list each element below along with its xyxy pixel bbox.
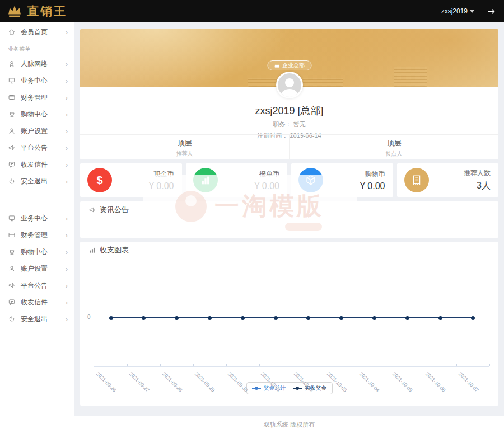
stat-label: 推荐人数: [464, 168, 491, 178]
chevron-right-icon: ›: [66, 215, 68, 222]
chevron-right-icon: ›: [66, 248, 68, 256]
cart-icon: [8, 248, 16, 256]
username: zxsj2019: [441, 7, 468, 15]
receipt-icon: [404, 168, 429, 192]
referrer-label: 推荐人: [80, 150, 289, 158]
axis-tick: [391, 364, 391, 366]
sidebar-item-mail-2[interactable]: 收发信件 ›: [0, 294, 74, 310]
sidebar-item-label: 购物中心: [21, 110, 48, 119]
chart-panel: 收支图表 0 奖金总计 实收奖金 2021-09-262021-0: [80, 242, 498, 406]
y-axis-tick: 0: [87, 314, 91, 320]
crown-icon: [274, 63, 279, 68]
legend-marker: [252, 388, 261, 389]
message-icon: [8, 298, 16, 306]
sidebar-item-mail[interactable]: 收发信件 ›: [0, 156, 74, 173]
sidebar-item-label: 平台公告: [21, 281, 48, 290]
sidebar: 会员首页 › 业务菜单 人脉网络 › 业务中心 › 财务管理 › 购物中心 › …: [0, 22, 74, 433]
axis-tick: [259, 364, 260, 366]
sidebar-item-label: 购物中心: [21, 247, 48, 257]
chart-legend: 奖金总计 实收奖金: [246, 382, 333, 394]
sidebar-item-business[interactable]: 业务中心 ›: [0, 72, 74, 89]
chevron-right-icon: ›: [66, 299, 68, 306]
axis-lead-line: [94, 318, 111, 318]
sidebar-item-label: 安全退出: [21, 177, 48, 186]
chevron-right-icon: ›: [66, 178, 68, 185]
wallet-icon: [8, 93, 16, 101]
caret-down-icon: [470, 10, 474, 13]
stat-value: ¥ 0.00: [149, 181, 174, 191]
crown-icon: [7, 4, 22, 18]
badge-label: 企业总部: [282, 62, 305, 69]
x-axis-label: 2021-10-04: [358, 371, 381, 393]
job-value: 暂无: [293, 121, 306, 128]
arrow-right-icon: [487, 7, 496, 16]
news-panel: 资讯公告: [80, 201, 498, 238]
data-point: [405, 316, 409, 320]
top-header: 直销王 zxsj2019: [0, 0, 504, 22]
sidebar-item-label: 账户设置: [21, 264, 48, 274]
sidebar-item-account-2[interactable]: 账户设置 ›: [0, 260, 74, 277]
chevron-right-icon: ›: [66, 60, 68, 68]
chevron-right-icon: ›: [66, 232, 68, 239]
placement-label: 接点人: [290, 150, 498, 158]
sidebar-item-announcement-2[interactable]: 平台公告 ›: [0, 277, 74, 294]
sidebar-item-finance-2[interactable]: 财务管理 ›: [0, 227, 74, 243]
sidebar-item-finance[interactable]: 财务管理 ›: [0, 89, 74, 106]
sidebar-item-label: 收发信件: [21, 298, 48, 307]
axis-tick: [193, 364, 194, 366]
sidebar-item-logout-2[interactable]: 安全退出 ›: [0, 310, 74, 327]
sidebar-item-home[interactable]: 会员首页 ›: [0, 23, 74, 40]
sidebar-item-logout[interactable]: 安全退出 ›: [0, 173, 74, 190]
company-badge: 企业总部: [267, 60, 311, 70]
power-icon: [8, 315, 16, 323]
chevron-right-icon: ›: [66, 161, 68, 168]
wallet-icon: [8, 231, 16, 239]
x-axis-label: 2021-10-05: [391, 371, 414, 393]
sidebar-item-business-2[interactable]: 业务中心 ›: [0, 210, 74, 227]
power-icon: [8, 177, 16, 185]
sidebar-item-shopping-2[interactable]: 购物中心 ›: [0, 243, 74, 260]
chevron-right-icon: ›: [66, 144, 68, 152]
news-title: 资讯公告: [100, 205, 129, 215]
axis-tick: [292, 364, 292, 366]
data-point: [175, 316, 179, 320]
footer: 双轨系统 版权所有: [74, 416, 504, 433]
sidebar-item-announcement[interactable]: 平台公告 ›: [0, 139, 74, 156]
stat-card-order: 报单币 ¥ 0.00: [186, 163, 288, 197]
referrer-value: 顶层: [80, 138, 289, 148]
axis-tick: [424, 364, 424, 366]
sidebar-item-label: 业务中心: [21, 214, 48, 223]
box-icon: [298, 168, 323, 192]
megaphone-icon: [8, 144, 16, 152]
sidebar-item-label: 财务管理: [21, 230, 48, 240]
sidebar-item-account[interactable]: 账户设置 ›: [0, 123, 74, 139]
sidebar-item-label: 人脉网络: [21, 59, 48, 69]
logout-button[interactable]: [487, 7, 496, 16]
megaphone-icon: [88, 206, 96, 214]
bar-chart-icon: [193, 168, 218, 192]
sidebar-item-network[interactable]: 人脉网络 ›: [0, 55, 74, 72]
stat-card-shopping: 购物币 ¥ 0.00: [291, 163, 393, 197]
sidebar-item-shopping[interactable]: 购物中心 ›: [0, 106, 74, 123]
chevron-right-icon: ›: [66, 282, 68, 289]
chevron-right-icon: ›: [66, 77, 68, 84]
profile-job: 职务： 暂无: [80, 120, 498, 129]
cart-icon: [8, 110, 16, 118]
axis-tick: [160, 364, 161, 366]
data-point: [438, 316, 442, 320]
data-point: [471, 316, 475, 320]
brand-logo[interactable]: 直销王: [7, 3, 67, 19]
x-axis-label: 2021-09-28: [161, 371, 184, 393]
chart-title: 收支图表: [100, 245, 129, 255]
user-menu[interactable]: zxsj2019: [441, 7, 474, 15]
stat-label: 现金币: [149, 170, 174, 179]
axis-tick: [226, 364, 227, 366]
user-icon: [8, 127, 16, 135]
chevron-right-icon: ›: [66, 94, 68, 101]
stats-row: $ 现金币 ¥ 0.00 报单币 ¥ 0.00 购物币 ¥ 0.00: [80, 163, 498, 197]
data-point: [339, 316, 343, 320]
axis-tick: [325, 364, 325, 366]
avatar: [276, 72, 303, 98]
relations-row: 顶层 推荐人 顶层 接点人: [80, 134, 498, 159]
copyright-text: 双轨系统 版权所有: [264, 421, 315, 429]
